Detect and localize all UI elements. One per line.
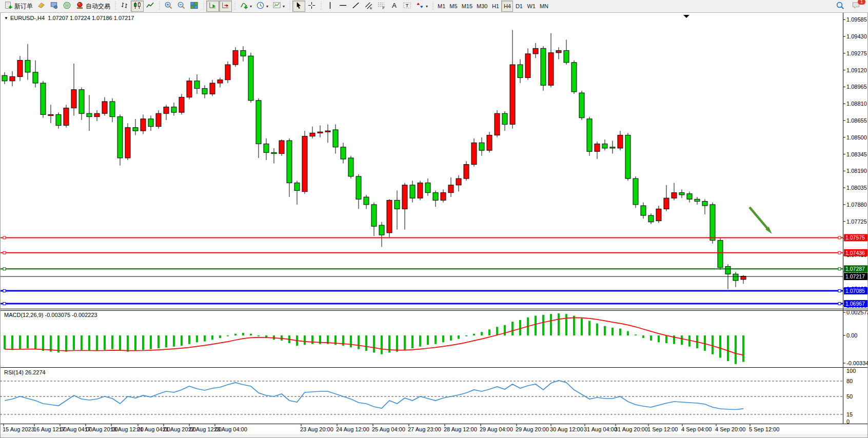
candle[interactable] bbox=[302, 136, 307, 192]
templates-button[interactable]: ▾ bbox=[270, 1, 287, 12]
candle[interactable] bbox=[610, 147, 615, 148]
candle[interactable] bbox=[579, 93, 584, 118]
candle[interactable] bbox=[587, 119, 592, 151]
candle[interactable] bbox=[456, 178, 461, 185]
candle[interactable] bbox=[233, 51, 238, 65]
timeframe-m5-button[interactable]: M5 bbox=[447, 1, 459, 12]
candle[interactable] bbox=[464, 165, 469, 178]
zoom-in-button[interactable] bbox=[162, 1, 175, 12]
candle[interactable] bbox=[133, 128, 138, 131]
candle[interactable] bbox=[179, 97, 184, 113]
terminal-button[interactable] bbox=[48, 1, 61, 12]
candle[interactable] bbox=[33, 72, 38, 83]
candle[interactable] bbox=[541, 48, 546, 85]
zoom-out-button[interactable] bbox=[175, 1, 188, 12]
cursor-button[interactable] bbox=[292, 1, 305, 12]
text-button[interactable]: A bbox=[388, 1, 401, 12]
candle[interactable] bbox=[487, 135, 492, 151]
candle[interactable] bbox=[202, 89, 207, 94]
candle[interactable] bbox=[256, 101, 261, 144]
candle[interactable] bbox=[564, 51, 569, 63]
candle[interactable] bbox=[441, 193, 446, 201]
candle[interactable] bbox=[695, 199, 700, 201]
candle[interactable] bbox=[79, 90, 84, 114]
line-selection-handle[interactable] bbox=[838, 251, 841, 254]
candle[interactable] bbox=[394, 200, 400, 209]
candle[interactable] bbox=[348, 158, 353, 176]
candle[interactable] bbox=[294, 183, 300, 191]
auto-scroll-button[interactable] bbox=[206, 1, 219, 12]
new-order-button[interactable]: 新订单 bbox=[2, 1, 35, 12]
candle[interactable] bbox=[502, 113, 507, 124]
candle[interactable] bbox=[471, 143, 477, 164]
timeframe-m15-button[interactable]: M15 bbox=[460, 1, 475, 12]
line-selection-handle[interactable] bbox=[838, 290, 841, 292]
candle[interactable] bbox=[264, 144, 269, 152]
vline-button[interactable] bbox=[324, 1, 337, 12]
candle[interactable] bbox=[641, 206, 646, 215]
chart-window[interactable]: 1.095851.094301.092751.091201.089651.088… bbox=[0, 0, 868, 438]
candle[interactable] bbox=[702, 202, 707, 206]
candle[interactable] bbox=[225, 65, 230, 80]
candle[interactable] bbox=[148, 119, 153, 127]
candle[interactable] bbox=[194, 81, 200, 89]
candle[interactable] bbox=[510, 65, 515, 124]
candle[interactable] bbox=[218, 80, 223, 83]
line-chart-button[interactable] bbox=[144, 1, 156, 12]
candle[interactable] bbox=[679, 193, 684, 195]
hline-button[interactable] bbox=[337, 1, 349, 12]
candle[interactable] bbox=[410, 185, 415, 198]
line-selection-handle[interactable] bbox=[3, 268, 6, 270]
candle[interactable] bbox=[518, 65, 523, 77]
candle[interactable] bbox=[356, 176, 361, 199]
indicators-button[interactable]: ▾ bbox=[238, 1, 254, 12]
candle[interactable] bbox=[287, 141, 292, 183]
chart-shift-button[interactable] bbox=[219, 1, 232, 12]
candle[interactable] bbox=[648, 215, 654, 222]
line-selection-handle[interactable] bbox=[838, 268, 841, 270]
candle[interactable] bbox=[241, 51, 246, 56]
timeframe-d1-button[interactable]: D1 bbox=[513, 1, 525, 12]
candle[interactable] bbox=[56, 114, 61, 125]
candle[interactable] bbox=[387, 200, 392, 232]
candle[interactable] bbox=[625, 135, 630, 179]
periods-button[interactable]: ▾ bbox=[254, 1, 270, 12]
signals-button[interactable] bbox=[61, 1, 73, 12]
candle[interactable] bbox=[525, 54, 530, 78]
candle[interactable] bbox=[718, 241, 723, 268]
candle[interactable] bbox=[602, 144, 607, 148]
candle[interactable] bbox=[548, 53, 554, 85]
candle[interactable] bbox=[402, 185, 407, 209]
candle[interactable] bbox=[371, 205, 377, 226]
timeframe-mn-button[interactable]: MN bbox=[538, 1, 550, 12]
candle[interactable] bbox=[17, 61, 23, 77]
candle[interactable] bbox=[448, 185, 453, 193]
candle[interactable] bbox=[656, 209, 661, 221]
candle[interactable] bbox=[41, 83, 46, 114]
chart-canvas[interactable]: 1.095851.094301.092751.091201.089651.088… bbox=[0, 0, 868, 438]
arrows-button[interactable]: ▾ bbox=[413, 1, 430, 12]
candle[interactable] bbox=[556, 51, 561, 53]
line-selection-handle[interactable] bbox=[838, 236, 841, 239]
candle[interactable] bbox=[325, 131, 330, 132]
line-selection-handle[interactable] bbox=[3, 251, 6, 254]
candle[interactable] bbox=[479, 143, 484, 150]
trendline-button[interactable] bbox=[349, 1, 362, 12]
candle[interactable] bbox=[102, 102, 107, 113]
candle[interactable] bbox=[117, 117, 123, 158]
market-watch-button[interactable] bbox=[35, 1, 48, 12]
candle[interactable] bbox=[333, 130, 338, 147]
line-selection-handle[interactable] bbox=[838, 303, 841, 305]
candle[interactable] bbox=[595, 144, 600, 151]
timeframe-h1-button[interactable]: H1 bbox=[489, 1, 501, 12]
candle[interactable] bbox=[341, 147, 346, 159]
candle[interactable] bbox=[10, 76, 15, 81]
crosshair-button[interactable] bbox=[305, 1, 318, 12]
candle[interactable] bbox=[633, 178, 638, 205]
candle[interactable] bbox=[733, 274, 738, 281]
candle[interactable] bbox=[171, 107, 176, 113]
chat-button[interactable]: 1 bbox=[850, 1, 863, 12]
candle[interactable] bbox=[318, 132, 323, 133]
channel-button[interactable]: E bbox=[362, 1, 375, 12]
line-selection-handle[interactable] bbox=[3, 303, 6, 305]
